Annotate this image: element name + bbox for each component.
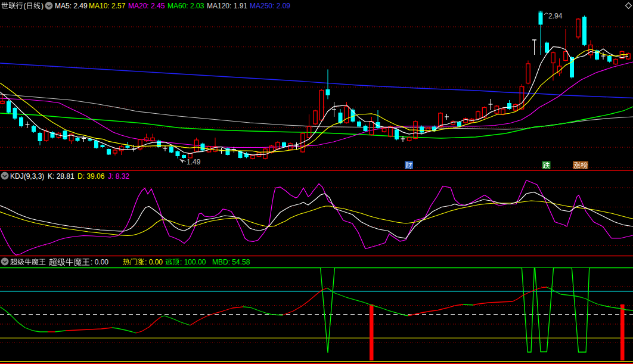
svg-text:MA20: 2.45: MA20: 2.45 <box>128 2 165 10</box>
svg-text:1.49: 1.49 <box>187 158 201 166</box>
svg-text:MA10: 2.57: MA10: 2.57 <box>89 2 126 10</box>
svg-text:: 100.00: : 100.00 <box>180 258 206 266</box>
svg-text:K: 28.81: K: 28.81 <box>48 172 75 181</box>
svg-text:MBD: 54.58: MBD: 54.58 <box>212 258 250 266</box>
svg-text:): ) <box>41 2 44 10</box>
svg-text:2.94: 2.94 <box>548 12 563 20</box>
svg-text:MA120: 1.91: MA120: 1.91 <box>207 2 247 10</box>
svg-text:MA60: 2.03: MA60: 2.03 <box>167 2 204 10</box>
svg-text:D: 39.06: D: 39.06 <box>77 172 105 181</box>
svg-text:(: ( <box>24 2 26 10</box>
svg-text:: 0.00: : 0.00 <box>91 258 108 266</box>
svg-text:KDJ(9,3,3): KDJ(9,3,3) <box>10 172 44 181</box>
svg-text:MA5: 2.49: MA5: 2.49 <box>55 2 88 10</box>
svg-text:J: 8.32: J: 8.32 <box>108 172 129 181</box>
svg-text:MA250: 2.09: MA250: 2.09 <box>250 2 290 10</box>
svg-text:: 0.00: : 0.00 <box>145 258 163 266</box>
